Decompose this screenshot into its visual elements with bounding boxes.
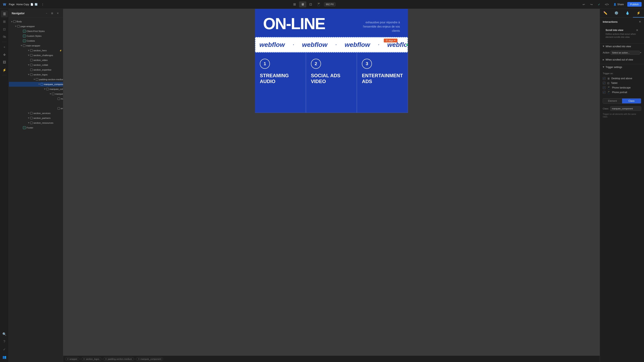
arrow-section-challenges: ▶ [27, 54, 30, 57]
page-doc-icon[interactable]: 📄 [30, 3, 34, 6]
tree-item-section-expertise[interactable]: ▶ section_expertise [9, 67, 63, 72]
tasks-icon[interactable]: ✓ [1, 346, 8, 353]
marquee-item-icon [58, 97, 60, 100]
action-select-arrow: ▾ [640, 51, 641, 54]
ecommerce-icon[interactable]: 🛍 [1, 33, 8, 40]
trigger-phone-landscape-icon: 📱 [607, 86, 610, 89]
section-logos: component ☰ Align ▾ webflow · webflow [255, 37, 408, 52]
pages-icon[interactable]: ⊞ [1, 18, 8, 25]
tree-item-section-logos[interactable]: ▶ section_logos [9, 72, 63, 77]
trigger-phone-landscape-check[interactable]: ✓ [603, 86, 606, 89]
trigger-phone-portrait-check[interactable]: ✓ [603, 91, 606, 94]
share-btn[interactable]: 👤 Share [612, 2, 626, 7]
tree-item-section-hero[interactable]: ▶ section_hero ⚡ [9, 48, 63, 53]
trigger-tablet-check[interactable]: ✓ [603, 82, 606, 84]
right-panel: ✏️ ⚙️ 💧 ⚡ Interactions ✕ Scroll into vie… [600, 9, 644, 362]
tab-style[interactable]: ✏️ [600, 9, 611, 17]
cookies-icon: ≈ [23, 39, 26, 42]
app-logo: W [2, 2, 7, 7]
tree-item-cookies[interactable]: ▶ ≈ Cookies [9, 38, 63, 43]
class-input[interactable] [610, 106, 641, 111]
scroll-into-view-desc: Define actions that occur when element s… [603, 32, 641, 39]
class-label: Class: [603, 107, 609, 110]
tab-settings[interactable]: ⚙️ [611, 9, 622, 17]
tab-interactions[interactable]: ⚡ [633, 9, 644, 17]
arrow-section-partners: ▶ [27, 117, 30, 119]
tree-item-empty-state[interactable]: ▶ empty-state [9, 106, 63, 111]
arrow-main-wrapper: ▶ [20, 44, 23, 47]
footer-icon: ≈ [23, 126, 26, 129]
tree-item-section-partners[interactable]: ▶ section_partners [9, 116, 63, 120]
cms-icon[interactable]: ⊡ [1, 26, 8, 32]
when-scrolled-out-row[interactable]: ▶ When scrolled out of view [600, 57, 644, 63]
close-navigator-btn[interactable]: ✕ [55, 11, 60, 16]
tree-item-body[interactable]: ▶ Body [9, 19, 63, 24]
when-scrolled-into-row[interactable]: ▶ When scrolled into view [600, 43, 644, 49]
scroll-into-view-section: Scroll into view ✕ Define actions that o… [600, 24, 644, 43]
tree-item-footer[interactable]: ▶ ≈ Footer [9, 125, 63, 130]
tree-item-padding-section-medium[interactable]: ▶ padding-section-medium [9, 77, 63, 82]
expand-all-btn[interactable]: ⊞ [50, 11, 54, 16]
tree-item-main-wrapper[interactable]: ▶ main-wrapper [9, 43, 63, 48]
breadcrumb-marquee[interactable]: ⊡ marquee_component [136, 357, 163, 361]
device-fullscreen-btn[interactable]: ⊞ [291, 1, 298, 7]
tree-item-marquee-item[interactable]: ▶ marquee_item [9, 96, 63, 101]
code-btn[interactable]: </> [604, 1, 610, 7]
marquee-dot [406, 43, 408, 46]
trigger-settings-row[interactable]: ▶ Trigger settings [600, 64, 644, 70]
device-tablet-btn[interactable]: ⊡ [307, 1, 314, 7]
navigator-icon[interactable]: ☰ [1, 10, 8, 17]
class-btn[interactable]: Class [622, 98, 641, 103]
tree: ▶ Body ▶ page-wrapper ▶ ≈ Client-First S… [9, 18, 63, 362]
status-icon[interactable]: ✓ [596, 1, 602, 7]
page-settings-icon[interactable]: 🔄 [34, 3, 38, 6]
tree-item-page-wrapper[interactable]: ▶ page-wrapper [9, 24, 63, 29]
more-icon[interactable]: ⋮ [40, 1, 46, 7]
breadcrumb-sep-2: › [102, 358, 103, 360]
tree-item-marquee-list[interactable]: ▶ marquee_list [9, 91, 63, 96]
tree-item-marquee-component[interactable]: ▶ marquee_component ⚡ [9, 82, 63, 87]
service-title-2: SOCIAL ADS VIDEO [311, 73, 352, 84]
users-icon[interactable]: 👥 [1, 354, 8, 361]
tree-item-section-ressources[interactable]: ▶ section_ressources [9, 120, 63, 125]
tree-item-section-challenges[interactable]: ▶ section_challenges [9, 53, 63, 58]
trigger-settings: Trigger on: ✓ 🖥 Desktop and above ✓ ⊡ Ta… [600, 70, 644, 97]
trigger-desktop-check[interactable]: ✓ [603, 77, 606, 80]
components-icon[interactable]: ❖ [1, 51, 8, 58]
help-icon[interactable]: ? [1, 338, 8, 345]
tree-item-client-first[interactable]: ▶ ≈ Client-First Styles [9, 29, 63, 33]
redo-btn[interactable]: ↪ [588, 1, 594, 7]
element-btn[interactable]: Element [603, 98, 622, 103]
breadcrumb-section-logos[interactable]: ⊡ section_logos [82, 357, 101, 361]
align-button[interactable]: ☰ Align ▾ [384, 39, 398, 42]
assets-icon[interactable]: 🖼 [1, 59, 8, 66]
trigger-phone-landscape: ✓ 📱 Phone landscape [603, 85, 641, 90]
marquee-list-icon [52, 93, 54, 95]
tree-item-marquee-logo[interactable]: ▶ 🖼 marquee_logo [9, 101, 63, 106]
service-num-3: 3 [362, 59, 372, 69]
body-icon [13, 20, 16, 23]
close-scroll-btn[interactable]: ✕ [636, 28, 638, 32]
tree-item-section-services[interactable]: ▶ section_services [9, 111, 63, 116]
action-select[interactable]: Select an action... [610, 51, 640, 55]
close-interactions-btn[interactable]: ✕ [639, 20, 641, 23]
tree-item-marquee-collection[interactable]: ▶ marquee_collection [9, 87, 63, 91]
section-partners-label: section_partners [34, 117, 62, 119]
device-desktop-btn[interactable]: 🖥 [299, 1, 306, 7]
undo-btn[interactable]: ↩ [581, 1, 587, 7]
device-phone-btn[interactable]: 📱 [315, 1, 322, 7]
section-services: 1 STREAMING AUDIO 2 SOCIAL ADS VIDEO 3 E… [255, 52, 408, 113]
marquee-component[interactable]: component ☰ Align ▾ webflow · webflow [255, 37, 408, 52]
page-wrapper-label: page-wrapper [20, 25, 62, 27]
breadcrumb-padding[interactable]: ⊡ padding-section-medium [104, 357, 134, 361]
search-icon[interactable]: 🔍 [1, 331, 8, 338]
logic-icon[interactable]: ⚡ [1, 66, 8, 73]
add-icon[interactable]: ＋ [1, 44, 8, 50]
tree-item-section-video[interactable]: ▶ section_video [9, 58, 63, 62]
breadcrumb-wrapper[interactable]: ⊡ wrapper [65, 357, 79, 361]
publish-btn[interactable]: Publish [627, 2, 642, 7]
collapse-all-btn[interactable]: − [44, 11, 49, 16]
tree-item-custom-styles[interactable]: ▶ ≈ Custom Styles [9, 33, 63, 38]
tree-item-section-collab[interactable]: ▶ section_collab [9, 62, 63, 67]
tab-effects[interactable]: 💧 [622, 9, 633, 17]
